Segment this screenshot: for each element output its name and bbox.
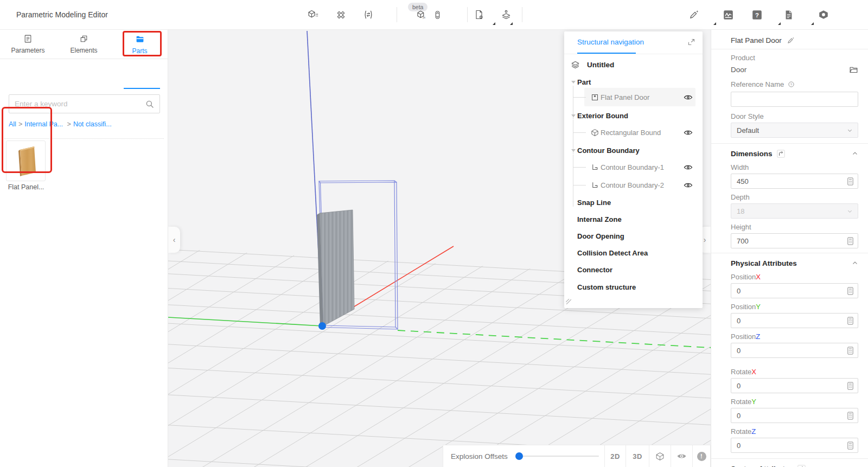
swap-icon[interactable]	[359, 5, 378, 24]
tab-parameters[interactable]: Parameters	[0, 30, 56, 59]
contour-icon	[591, 163, 599, 171]
viewport-bottom-bar: Explosion Offsets 2D 3D !	[443, 445, 711, 467]
calculator-icon[interactable]	[846, 346, 854, 355]
svg-text:fx: fx	[423, 15, 426, 19]
tree-item-contour-boundary-1[interactable]: Contour Boundary-1	[564, 158, 703, 176]
tree-item-rectangular-bound[interactable]: Rectangular Bound	[564, 124, 703, 141]
height-label: Height	[731, 223, 858, 231]
transform-box-icon[interactable]	[776, 149, 786, 158]
calculator-icon[interactable]	[846, 177, 854, 186]
tree-section-exterior-bound[interactable]: Exterior Bound	[564, 107, 703, 124]
help-circle-icon[interactable]: ?	[788, 81, 795, 89]
breadcrumb-link-notclassified[interactable]: Not classifi...	[73, 120, 112, 128]
collapse-caret-icon[interactable]	[571, 114, 576, 117]
calculator-icon[interactable]	[846, 286, 854, 296]
layers-icon	[571, 60, 580, 69]
product-label: Product	[731, 54, 858, 62]
eye-visibility-icon[interactable]	[684, 130, 693, 136]
rotate-x-input[interactable]	[731, 378, 858, 393]
part-card-flat-panel[interactable]	[6, 140, 46, 181]
rename-pencil-icon[interactable]	[787, 36, 795, 44]
cube-instances-icon[interactable]	[303, 5, 323, 24]
warnings-button[interactable]: !	[692, 445, 710, 467]
updown-icon[interactable]	[427, 5, 447, 24]
eye-visibility-icon[interactable]	[684, 164, 693, 170]
view-2d-button[interactable]: 2D	[604, 445, 626, 467]
position-z-input[interactable]	[731, 343, 858, 358]
collapse-section-icon[interactable]	[852, 150, 858, 157]
tree-section-internal-zone[interactable]: Internal Zone	[564, 211, 703, 227]
width-input[interactable]	[731, 174, 858, 189]
search-icon[interactable]	[145, 99, 159, 109]
reference-name-input[interactable]	[731, 92, 858, 107]
panel-resize-handle[interactable]	[566, 297, 571, 306]
frame-connector-icon[interactable]	[331, 5, 350, 24]
transform-box-icon[interactable]	[797, 464, 806, 467]
position-y-input[interactable]	[731, 313, 858, 328]
collapse-left-panel-toggle[interactable]: ‹	[168, 227, 180, 253]
height-input[interactable]	[731, 233, 858, 248]
reference-name-label: Reference Name ?	[731, 80, 858, 89]
search-input[interactable]	[9, 100, 145, 108]
breadcrumb-link-internal[interactable]: Internal Pa...	[24, 120, 63, 128]
collapse-caret-icon[interactable]	[571, 149, 576, 152]
tab-elements[interactable]: Elements	[56, 30, 112, 59]
pencil-icon[interactable]	[684, 5, 704, 24]
structural-navigation-tab[interactable]: Structural navigation	[577, 31, 644, 53]
visibility-button[interactable]	[671, 445, 692, 467]
dropdown-caret	[713, 22, 716, 25]
tree-section-collision-detect-area[interactable]: Collision Detect Area	[564, 245, 703, 261]
tree-guide	[573, 167, 586, 168]
tree-section-connector[interactable]: Connector	[564, 261, 703, 278]
document-icon[interactable]	[779, 5, 799, 24]
tree-guide	[573, 185, 586, 185]
eye-visibility-icon[interactable]	[684, 94, 693, 100]
door-style-select[interactable]: Default	[731, 123, 858, 138]
chevron-down-icon	[847, 208, 853, 214]
tree-section-custom-structure[interactable]: Custom structure	[564, 279, 703, 295]
position-y-label: PositionY	[731, 303, 858, 311]
rotate-y-input[interactable]	[731, 408, 858, 423]
shading-cube-button[interactable]	[649, 445, 671, 467]
material-layers-icon[interactable]	[496, 5, 516, 24]
expand-panel-icon[interactable]	[687, 38, 695, 46]
origin-point[interactable]	[318, 322, 326, 330]
calculator-icon[interactable]	[846, 316, 854, 325]
tree-section-snap-line[interactable]: Snap Line	[564, 194, 703, 210]
tree-item-flat-panel-door[interactable]: Flat Panel Door	[564, 88, 703, 106]
structural-navigation-panel: Structural navigation Untitled Part Flat…	[564, 31, 703, 308]
tree-section-contour-boundary[interactable]: Contour Boundary	[564, 142, 703, 158]
calculator-icon[interactable]	[846, 411, 854, 420]
position-x-input[interactable]	[731, 283, 858, 298]
search-box	[9, 94, 160, 113]
calculator-icon[interactable]	[846, 381, 854, 391]
eye-visibility-icon[interactable]	[684, 182, 693, 188]
active-tab-underline	[124, 88, 160, 89]
collapse-section-icon[interactable]	[852, 260, 858, 266]
tree-root-untitled[interactable]: Untitled	[564, 56, 703, 73]
activity-icon[interactable]	[718, 5, 738, 24]
door-panel-3d[interactable]	[320, 210, 354, 326]
explosion-slider[interactable]	[518, 452, 599, 460]
tree-item-contour-boundary-2[interactable]: Contour Boundary-2	[564, 176, 703, 194]
toolbar-divider	[397, 7, 397, 22]
tab-parts[interactable]: Parts	[112, 30, 168, 59]
folder-open-icon[interactable]	[849, 65, 858, 74]
breadcrumb-link-all[interactable]: All	[9, 120, 16, 128]
file-settings-icon[interactable]	[469, 5, 489, 24]
settings-nut-icon[interactable]	[814, 5, 833, 24]
left-panel-tabs: Parameters Elements Parts	[0, 30, 168, 59]
tree-section-door-opening[interactable]: Door Opening	[564, 228, 703, 244]
properties-title: Flat Panel Door	[731, 36, 782, 44]
rotate-z-input[interactable]	[731, 438, 858, 453]
slider-handle[interactable]	[515, 452, 523, 460]
toolbar-divider	[467, 7, 468, 22]
calculator-icon[interactable]	[846, 441, 854, 450]
part-card-label: Flat Panel...	[2, 183, 50, 191]
width-label: Width	[731, 163, 858, 171]
calculator-icon[interactable]	[846, 236, 854, 246]
help-icon[interactable]: ?	[747, 5, 767, 24]
view-3d-button[interactable]: 3D	[626, 445, 649, 467]
slider-track[interactable]	[518, 456, 599, 457]
collapse-caret-icon[interactable]	[571, 81, 576, 84]
